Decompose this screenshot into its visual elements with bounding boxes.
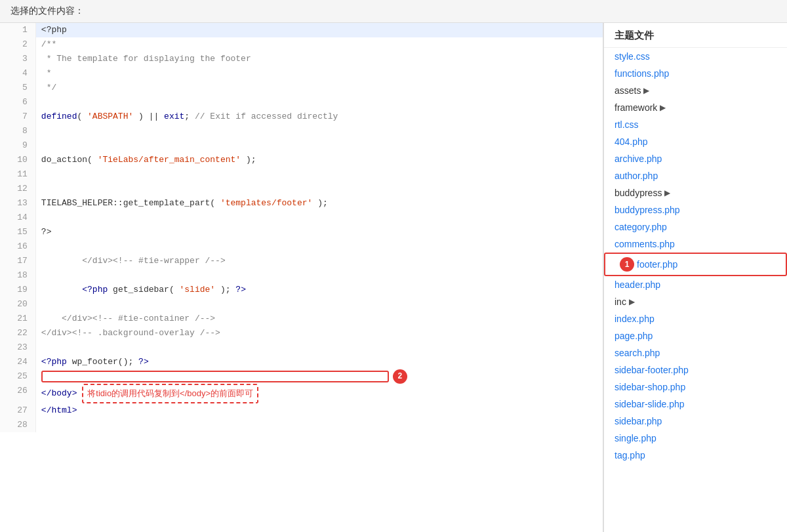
sidebar-item-assets[interactable]: assets▶ xyxy=(604,82,787,99)
line-code[interactable] xyxy=(35,268,603,283)
line-code[interactable]: do_action( 'TieLabs/after_main_content' … xyxy=(35,153,603,167)
sidebar-item-label: 404.php xyxy=(615,136,648,147)
sidebar-item-label: search.php xyxy=(615,348,660,358)
line-code[interactable] xyxy=(35,211,603,225)
line-code[interactable] xyxy=(35,340,603,355)
sidebar-item-author-php[interactable]: author.php xyxy=(604,167,787,184)
code-line-2: 2/** xyxy=(0,37,603,52)
sidebar-item-label: single.php xyxy=(615,433,656,443)
line-number: 15 xyxy=(0,225,35,239)
line-number: 22 xyxy=(0,326,35,340)
sidebar-item-functions-php[interactable]: functions.php xyxy=(604,65,787,82)
line-code[interactable]: * xyxy=(35,66,603,81)
line-code[interactable] xyxy=(35,138,603,153)
sidebar-item-404-php[interactable]: 404.php xyxy=(604,133,787,150)
sidebar-item-label: author.php xyxy=(615,171,658,181)
line-code[interactable] xyxy=(35,297,603,312)
line-number: 26 xyxy=(0,384,35,403)
line-code[interactable]: ?> xyxy=(35,225,603,239)
code-line-16: 16 xyxy=(0,239,603,254)
sidebar-item-footer-php[interactable]: 1footer.php xyxy=(604,253,787,276)
sidebar-item-single-php[interactable]: single.php xyxy=(604,430,787,447)
code-line-19: 19 <?php get_sidebar( 'slide' ); ?> xyxy=(0,283,603,297)
marker-2: 2 xyxy=(393,369,407,384)
line-code[interactable]: <?php get_sidebar( 'slide' ); ?> xyxy=(35,283,603,297)
line-number: 16 xyxy=(0,239,35,254)
line-number: 8 xyxy=(0,124,35,138)
code-line-4: 4 * xyxy=(0,66,603,81)
line-code[interactable]: */ xyxy=(35,81,603,95)
line-code[interactable] xyxy=(35,182,603,196)
sidebar-item-buddypress-php[interactable]: buddypress.php xyxy=(604,201,787,218)
line-code[interactable]: </div><!-- #tie-wrapper /--> xyxy=(35,254,603,268)
header-bar: 选择的文件内容： xyxy=(0,0,787,23)
line-code[interactable] xyxy=(35,167,603,182)
line-code[interactable]: defined( 'ABSPATH' ) || exit; // Exit if… xyxy=(35,110,603,124)
sidebar-item-sidebar-php[interactable]: sidebar.php xyxy=(604,413,787,430)
line-code[interactable] xyxy=(35,239,603,254)
line-code[interactable] xyxy=(35,124,603,138)
sidebar-items: style.cssfunctions.phpassets▶framework▶r… xyxy=(604,48,787,464)
line-code[interactable]: </html> xyxy=(35,403,603,418)
sidebar-item-rtl-css[interactable]: rtl.css xyxy=(604,116,787,133)
sidebar-item-label: page.php xyxy=(615,331,653,341)
line-code[interactable]: * The template for displaying the footer xyxy=(35,52,603,66)
sidebar-item-sidebar-shop-php[interactable]: sidebar-shop.php xyxy=(604,379,787,396)
code-line-9: 9 xyxy=(0,138,603,153)
line-number: 10 xyxy=(0,153,35,167)
code-line-22: 22</div><!-- .background-overlay /--> xyxy=(0,326,603,340)
line-code[interactable]: 2 xyxy=(35,369,603,384)
code-line-8: 8 xyxy=(0,124,603,138)
sidebar-item-label: index.php xyxy=(615,314,655,324)
sidebar-item-page-php[interactable]: page.php xyxy=(604,327,787,344)
sidebar-item-label: sidebar-slide.php xyxy=(615,399,685,409)
main-container: 1<?php2/**3 * The template for displayin… xyxy=(0,23,787,532)
line-code[interactable] xyxy=(35,418,603,432)
sidebar-item-framework[interactable]: framework▶ xyxy=(604,99,787,116)
code-line-5: 5 */ xyxy=(0,81,603,95)
line-code[interactable]: </body> 将tidio的调用代码复制到</body>的前面即可 xyxy=(35,384,603,403)
line-code[interactable]: </div><!-- #tie-container /--> xyxy=(35,312,603,326)
sidebar-item-buddypress[interactable]: buddypress▶ xyxy=(604,184,787,201)
code-line-7: 7defined( 'ABSPATH' ) || exit; // Exit i… xyxy=(0,110,603,124)
sidebar-item-style-css[interactable]: style.css xyxy=(604,48,787,65)
annotation-tooltip: 将tidio的调用代码复制到</body>的前面即可 xyxy=(82,384,258,403)
header-label: 选择的文件内容： xyxy=(10,5,84,16)
line-number: 23 xyxy=(0,340,35,355)
line-number: 7 xyxy=(0,110,35,124)
sidebar-title: 主题文件 xyxy=(604,23,787,48)
sidebar-item-label: footer.php xyxy=(637,259,677,270)
line-number: 9 xyxy=(0,138,35,153)
line-number: 25 xyxy=(0,369,35,384)
sidebar-item-search-php[interactable]: search.php xyxy=(604,344,787,361)
code-line-1: 1<?php xyxy=(0,23,603,37)
code-area[interactable]: 1<?php2/**3 * The template for displayin… xyxy=(0,23,603,532)
sidebar-item-category-php[interactable]: category.php xyxy=(604,218,787,235)
marker-1: 1 xyxy=(620,257,634,272)
code-line-25: 252 xyxy=(0,369,603,384)
sidebar-item-inc[interactable]: inc▶ xyxy=(604,293,787,310)
sidebar-item-label: category.php xyxy=(615,222,667,232)
sidebar-item-index-php[interactable]: index.php xyxy=(604,310,787,327)
sidebar-item-tag-php[interactable]: tag.php xyxy=(604,447,787,464)
line-code[interactable] xyxy=(35,95,603,110)
line-number: 21 xyxy=(0,312,35,326)
sidebar-item-header-php[interactable]: header.php xyxy=(604,276,787,293)
line-number: 17 xyxy=(0,254,35,268)
code-input-box[interactable] xyxy=(41,371,389,382)
sidebar-item-sidebar-slide-php[interactable]: sidebar-slide.php xyxy=(604,396,787,413)
sidebar-item-comments-php[interactable]: comments.php xyxy=(604,235,787,253)
line-code[interactable]: /** xyxy=(35,37,603,52)
line-code[interactable]: <?php xyxy=(35,23,603,37)
sidebar-item-sidebar-footer-php[interactable]: sidebar-footer.php xyxy=(604,361,787,379)
code-line-27: 27</html> xyxy=(0,403,603,418)
expand-arrow-icon: ▶ xyxy=(643,86,649,95)
code-line-21: 21 </div><!-- #tie-container /--> xyxy=(0,312,603,326)
line-code[interactable]: <?php wp_footer(); ?> xyxy=(35,355,603,369)
expand-arrow-icon: ▶ xyxy=(629,297,635,306)
line-code[interactable]: TIELABS_HELPER::get_template_part( 'temp… xyxy=(35,196,603,211)
sidebar-item-label: rtl.css xyxy=(615,119,639,130)
line-code[interactable]: </div><!-- .background-overlay /--> xyxy=(35,326,603,340)
sidebar-item-archive-php[interactable]: archive.php xyxy=(604,150,787,167)
line-number: 13 xyxy=(0,196,35,211)
